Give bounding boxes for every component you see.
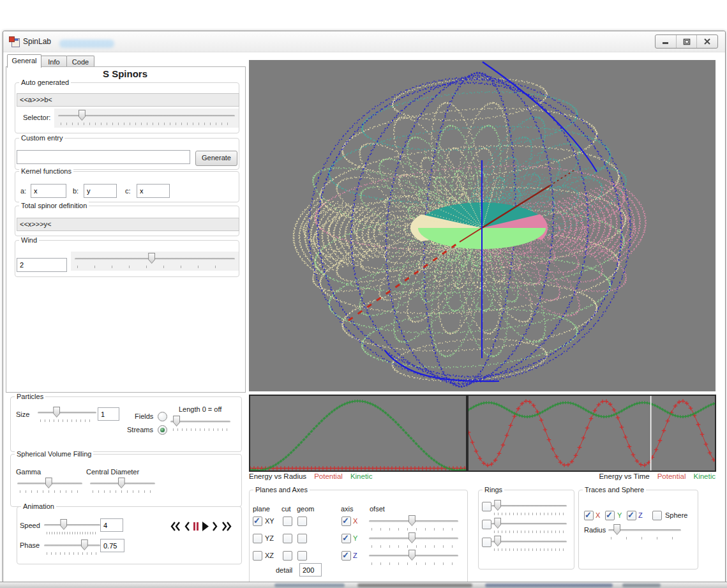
speed-input[interactable]: [100, 518, 123, 532]
axis-y-checkbox[interactable]: [341, 534, 351, 543]
wind-input[interactable]: [17, 258, 67, 272]
maximize-button[interactable]: [677, 35, 698, 48]
group-spherical-volume: Spherical Volume Filling Gamma Central D…: [10, 454, 242, 507]
selector-slider[interactable]: [54, 109, 239, 128]
phase-input[interactable]: [100, 539, 124, 552]
pause-icon: [193, 521, 199, 532]
step-forward-fast-button[interactable]: [221, 521, 232, 532]
group-kernel-functions: Kernel functions a: b: c:: [15, 171, 239, 202]
kernel-a-input[interactable]: [31, 184, 66, 198]
ring-2-slider-thumb[interactable]: [494, 518, 501, 529]
size-input[interactable]: [98, 407, 119, 421]
ofset-y-slider-ticks: [371, 545, 456, 548]
radius-slider-thumb[interactable]: [613, 524, 620, 535]
size-slider[interactable]: [34, 405, 100, 425]
selector-slider-thumb[interactable]: [79, 110, 86, 121]
sphere-checkbox[interactable]: [652, 511, 662, 520]
gamma-slider-thumb[interactable]: [45, 478, 52, 488]
total-spinor-field[interactable]: <<x>>>y<: [17, 218, 239, 231]
detail-input[interactable]: [299, 563, 322, 577]
group-planes-axes-label: Planes and Axes: [253, 486, 310, 494]
close-button[interactable]: [697, 35, 717, 48]
step-forward-button[interactable]: [212, 521, 219, 532]
kernel-c-input[interactable]: [137, 184, 170, 198]
axis-z-label: Z: [353, 552, 357, 559]
minimize-button[interactable]: [656, 35, 677, 48]
trace-y-checkbox[interactable]: [605, 511, 615, 520]
kernel-c-label: c:: [125, 187, 131, 195]
cut-header: cut: [281, 505, 291, 513]
step-back-fast-button[interactable]: [170, 521, 181, 532]
play-button[interactable]: [202, 521, 209, 532]
pause-button[interactable]: [193, 521, 199, 532]
fields-radio[interactable]: [158, 412, 167, 421]
ring-1-slider[interactable]: [488, 499, 571, 518]
taskbar-blur-2: [357, 584, 472, 587]
gamma-slider[interactable]: [13, 476, 86, 495]
wind-slider[interactable]: [71, 252, 239, 271]
wind-slider-thumb[interactable]: [148, 253, 155, 264]
ofset-y-slider[interactable]: [365, 531, 462, 550]
selector-slider-ticks: [61, 123, 232, 125]
geom-yz-checkbox[interactable]: [297, 534, 307, 543]
trace-z-checkbox[interactable]: [627, 511, 636, 520]
taskbar-blur-4: [622, 584, 661, 587]
group-auto-generated-label: Auto generated: [19, 79, 71, 86]
tab-general[interactable]: General: [7, 54, 41, 68]
group-traces-sphere: Traces and Sphere X Y Z Sphere Radius: [578, 490, 698, 569]
ring-2-slider[interactable]: [488, 516, 571, 536]
ring-3-slider-thumb[interactable]: [494, 536, 501, 547]
ofset-x-slider-thumb[interactable]: [408, 515, 416, 526]
close-icon: [703, 38, 711, 45]
group-animation: Animation Speed Phase: [17, 506, 242, 564]
speed-slider-thumb[interactable]: [60, 519, 67, 530]
group-kernel-functions-label: Kernel functions: [19, 167, 73, 175]
length-slider[interactable]: [167, 414, 234, 433]
ring-3-slider-track: [491, 541, 567, 543]
trace-x-checkbox[interactable]: [584, 511, 594, 520]
phase-slider-thumb[interactable]: [81, 539, 88, 550]
step-back-button[interactable]: [183, 521, 190, 532]
length-slider-thumb[interactable]: [173, 416, 180, 426]
wind-slider-ticks: [77, 266, 232, 268]
cut-xy-checkbox[interactable]: [283, 516, 292, 526]
app-icon: [9, 36, 19, 47]
custom-entry-input[interactable]: [17, 150, 190, 164]
ring-3-slider-ticks: [494, 548, 564, 551]
ofset-x-slider[interactable]: [365, 514, 462, 533]
size-slider-thumb[interactable]: [53, 407, 60, 418]
ofset-z-slider[interactable]: [365, 548, 462, 568]
plane-xy-checkbox[interactable]: [253, 516, 262, 526]
axis-x-checkbox[interactable]: [341, 516, 351, 526]
group-wind-label: Wind: [19, 236, 39, 244]
phase-slider[interactable]: [40, 538, 104, 557]
ofset-z-slider-thumb[interactable]: [408, 550, 416, 561]
group-total-spinor-label: Total spinor definition: [19, 202, 89, 209]
generate-button[interactable]: Generate: [195, 151, 237, 166]
streams-radio[interactable]: [158, 425, 167, 435]
cut-xz-checkbox[interactable]: [283, 551, 292, 561]
geom-xz-checkbox[interactable]: [297, 551, 307, 561]
central-diameter-slider[interactable]: [86, 476, 159, 495]
radius-slider[interactable]: [604, 523, 685, 542]
minimize-icon: [662, 38, 670, 45]
plane-xz-checkbox[interactable]: [253, 551, 262, 561]
speed-slider[interactable]: [40, 518, 104, 537]
ring-3-slider[interactable]: [488, 534, 571, 554]
phase-slider-ticks: [47, 552, 98, 555]
group-rings: Rings: [478, 490, 574, 569]
cut-yz-checkbox[interactable]: [283, 534, 292, 543]
auto-generated-field[interactable]: <<a>>>b<: [17, 93, 239, 107]
spinor-3d-view[interactable]: [249, 60, 716, 391]
ring-1-slider-thumb[interactable]: [494, 500, 501, 511]
kernel-b-input[interactable]: [84, 184, 117, 198]
title-bar[interactable]: SpinLab: [3, 31, 725, 52]
plane-yz-checkbox[interactable]: [253, 534, 262, 543]
chart-energy-vs-radius: [249, 395, 467, 472]
axis-z-checkbox[interactable]: [341, 551, 351, 561]
central-diameter-slider-thumb[interactable]: [118, 478, 125, 488]
central-diameter-slider-ticks: [93, 490, 153, 493]
ofset-y-slider-thumb[interactable]: [408, 532, 416, 543]
geom-xy-checkbox[interactable]: [297, 516, 307, 526]
ring-1-slider-track: [491, 505, 567, 507]
